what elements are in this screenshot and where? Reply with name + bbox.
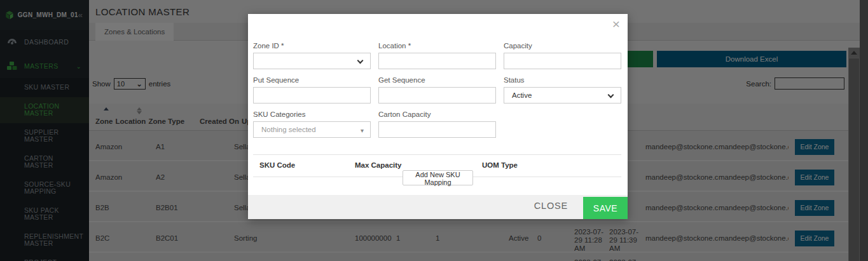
field-value: Active	[512, 91, 532, 99]
chevron-down-icon	[357, 58, 364, 64]
field-label: Get Sequence	[378, 76, 496, 84]
field-label: Capacity	[504, 42, 621, 50]
field-input[interactable]: Nothing selected ▾	[253, 121, 371, 138]
modal-form: Zone ID * Location *	[253, 42, 621, 138]
field-label: Zone ID *	[253, 42, 371, 50]
field-label: Carton Capacity	[378, 110, 496, 118]
form-field: Put Sequence	[253, 76, 371, 104]
field-value: Nothing selected	[261, 126, 316, 133]
chevron-down-icon	[608, 92, 614, 98]
save-button[interactable]: SAVE	[583, 197, 628, 219]
sku-mapping-header-row: SKU Code Max Capacity UOM Type	[253, 161, 621, 169]
sku-column-header: Max Capacity	[355, 161, 482, 169]
field-input[interactable]	[378, 53, 496, 69]
sku-column-header: UOM Type	[482, 161, 621, 169]
form-field: Capacity	[504, 42, 621, 69]
field-input[interactable]	[253, 53, 371, 69]
sku-column-header: SKU Code	[253, 161, 355, 169]
form-field: Zone ID *	[253, 42, 371, 69]
form-field: Carton Capacity	[378, 110, 496, 138]
field-input[interactable]	[504, 53, 621, 69]
app-window: GGN_MWH_DM_01 « DASHBOARD MASTERS ⌄	[0, 0, 868, 261]
section-divider	[253, 154, 621, 155]
form-field: Status Active	[504, 76, 621, 104]
modal-footer: CLOSE SAVE	[248, 195, 628, 219]
field-label: Put Sequence	[253, 76, 371, 84]
close-button[interactable]: CLOSE	[534, 201, 568, 211]
field-input[interactable]	[378, 87, 496, 104]
field-label: Status	[504, 76, 621, 84]
field-input[interactable]	[253, 87, 371, 104]
field-input[interactable]: Active	[504, 87, 621, 104]
field-label: Location *	[378, 42, 496, 50]
close-icon[interactable]: ×	[612, 17, 620, 32]
form-field: SKU Categories Nothing selected ▾	[253, 110, 371, 138]
zone-location-modal: × Zone ID * Location *	[248, 14, 628, 219]
field-input[interactable]	[378, 121, 496, 138]
caret-icon: ▾	[361, 129, 364, 133]
field-label: SKU Categories	[253, 110, 371, 118]
form-field: Get Sequence	[378, 76, 496, 104]
add-new-sku-mapping-button[interactable]: Add New SKU Mapping	[403, 170, 473, 185]
form-field: Location *	[378, 42, 496, 69]
